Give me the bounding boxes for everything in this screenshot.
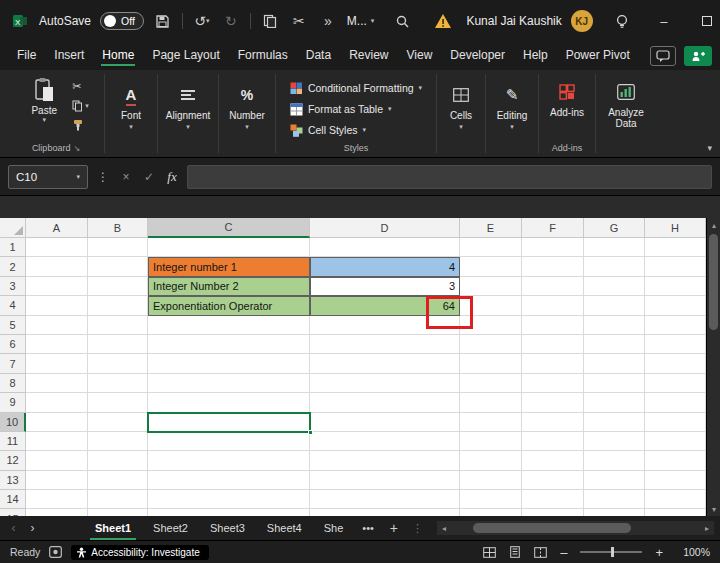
format-painter-button[interactable] bbox=[72, 118, 89, 131]
cell-A4[interactable] bbox=[26, 296, 88, 315]
cell-E5[interactable] bbox=[460, 316, 522, 335]
cell-G10[interactable] bbox=[584, 413, 645, 432]
cell-F7[interactable] bbox=[522, 354, 584, 373]
name-box[interactable]: C10 ▾ bbox=[8, 165, 88, 189]
cell-E14[interactable] bbox=[460, 490, 522, 509]
cell-B14[interactable] bbox=[88, 490, 148, 509]
format-as-table-button[interactable]: Format as Table ▾ bbox=[290, 100, 392, 118]
row-header-15[interactable]: 15 bbox=[0, 509, 26, 516]
cell-C5[interactable] bbox=[148, 316, 310, 335]
editing-group-button[interactable]: ✎ Editing ▾ bbox=[497, 75, 528, 131]
cell-C7[interactable] bbox=[148, 354, 310, 373]
cell-E11[interactable] bbox=[460, 432, 522, 451]
col-header-G[interactable]: G bbox=[584, 218, 645, 238]
row-header-2[interactable]: 2 bbox=[0, 257, 26, 276]
collapse-ribbon-icon[interactable]: ▾ bbox=[707, 143, 712, 153]
cell-G9[interactable] bbox=[584, 393, 645, 412]
cell-A13[interactable] bbox=[26, 471, 88, 490]
cell-F3[interactable] bbox=[522, 277, 584, 296]
row-header-6[interactable]: 6 bbox=[0, 335, 26, 354]
zoom-slider-thumb[interactable] bbox=[611, 547, 614, 557]
cell-C6[interactable] bbox=[148, 335, 310, 354]
cell-D11[interactable] bbox=[310, 432, 460, 451]
cell-H3[interactable] bbox=[645, 277, 706, 296]
cell-F1[interactable] bbox=[522, 238, 584, 257]
col-header-D[interactable]: D bbox=[310, 218, 460, 238]
cell-C11[interactable] bbox=[148, 432, 310, 451]
cell-F13[interactable] bbox=[522, 471, 584, 490]
font-group-button[interactable]: A Font ▾ bbox=[121, 75, 141, 131]
cell-D12[interactable] bbox=[310, 451, 460, 470]
cell-F4[interactable] bbox=[522, 296, 584, 315]
row-header-11[interactable]: 11 bbox=[0, 432, 26, 451]
cell-G13[interactable] bbox=[584, 471, 645, 490]
row-header-4[interactable]: 4 bbox=[0, 296, 26, 315]
cell-A7[interactable] bbox=[26, 354, 88, 373]
menu-tab-data[interactable]: Data bbox=[297, 44, 340, 70]
cell-G3[interactable] bbox=[584, 277, 645, 296]
macro-record-icon[interactable] bbox=[49, 546, 62, 558]
cell-B1[interactable] bbox=[88, 238, 148, 257]
cell-D3[interactable]: 3 bbox=[310, 277, 460, 296]
col-header-E[interactable]: E bbox=[460, 218, 522, 238]
cell-A5[interactable] bbox=[26, 316, 88, 335]
page-break-view-icon[interactable] bbox=[534, 547, 547, 558]
cells-group-button[interactable]: Cells ▾ bbox=[450, 75, 472, 131]
horizontal-scrollbar[interactable]: ◂ ▸ bbox=[437, 521, 714, 535]
cell-C9[interactable] bbox=[148, 393, 310, 412]
cell-A6[interactable] bbox=[26, 335, 88, 354]
menu-tab-page-layout[interactable]: Page Layout bbox=[143, 44, 228, 70]
col-header-H[interactable]: H bbox=[645, 218, 706, 238]
cell-F11[interactable] bbox=[522, 432, 584, 451]
analyze-data-button[interactable]: Analyze Data bbox=[602, 75, 650, 129]
cell-E3[interactable] bbox=[460, 277, 522, 296]
page-layout-view-icon[interactable] bbox=[509, 546, 521, 558]
cell-styles-button[interactable]: Cell Styles ▾ bbox=[290, 121, 366, 139]
cell-H14[interactable] bbox=[645, 490, 706, 509]
cell-B3[interactable] bbox=[88, 277, 148, 296]
cell-F12[interactable] bbox=[522, 451, 584, 470]
vertical-scrollbar[interactable]: ▴ ▾ bbox=[706, 218, 720, 516]
cell-H9[interactable] bbox=[645, 393, 706, 412]
cell-B12[interactable] bbox=[88, 451, 148, 470]
addins-button[interactable]: Add-ins bbox=[550, 75, 584, 118]
cell-F2[interactable] bbox=[522, 257, 584, 276]
cell-C3[interactable]: Integer Number 2 bbox=[148, 277, 310, 296]
next-sheet-icon[interactable]: › bbox=[23, 521, 42, 535]
cell-C13[interactable] bbox=[148, 471, 310, 490]
cell-B2[interactable] bbox=[88, 257, 148, 276]
cell-B10[interactable] bbox=[88, 413, 148, 432]
more-options-icon[interactable]: ⋮ bbox=[95, 170, 111, 184]
warning-icon[interactable] bbox=[433, 13, 453, 29]
prev-sheet-icon[interactable]: ‹ bbox=[4, 521, 23, 535]
cell-H7[interactable] bbox=[645, 354, 706, 373]
cell-A11[interactable] bbox=[26, 432, 88, 451]
cell-A10[interactable] bbox=[26, 413, 88, 432]
more-sheets-button[interactable]: ••• bbox=[354, 522, 382, 534]
vertical-scroll-thumb[interactable] bbox=[709, 234, 718, 330]
cell-D14[interactable] bbox=[310, 490, 460, 509]
cell-D7[interactable] bbox=[310, 354, 460, 373]
col-header-A[interactable]: A bbox=[26, 218, 88, 238]
share-button[interactable] bbox=[684, 46, 712, 66]
cell-B4[interactable] bbox=[88, 296, 148, 315]
cell-E15[interactable] bbox=[460, 509, 522, 516]
cell-E2[interactable] bbox=[460, 257, 522, 276]
cell-H12[interactable] bbox=[645, 451, 706, 470]
cell-D13[interactable] bbox=[310, 471, 460, 490]
paste-button[interactable]: Paste ▾ bbox=[23, 75, 65, 124]
dialog-launcher-icon[interactable]: ↘ bbox=[73, 144, 80, 153]
cell-G5[interactable] bbox=[584, 316, 645, 335]
autosave-toggle[interactable]: Off bbox=[100, 12, 144, 30]
cell-E10[interactable] bbox=[460, 413, 522, 432]
sheet-tab-sheet4[interactable]: Sheet4 bbox=[256, 516, 313, 541]
select-all-corner[interactable] bbox=[0, 218, 26, 238]
cell-E8[interactable] bbox=[460, 374, 522, 393]
enter-icon[interactable]: ✓ bbox=[141, 170, 157, 184]
cell-F9[interactable] bbox=[522, 393, 584, 412]
maximize-button[interactable] bbox=[690, 0, 720, 42]
cell-H13[interactable] bbox=[645, 471, 706, 490]
cell-D2[interactable]: 4 bbox=[310, 257, 460, 276]
menu-tab-power-pivot[interactable]: Power Pivot bbox=[557, 44, 639, 70]
cell-D10[interactable] bbox=[310, 413, 460, 432]
